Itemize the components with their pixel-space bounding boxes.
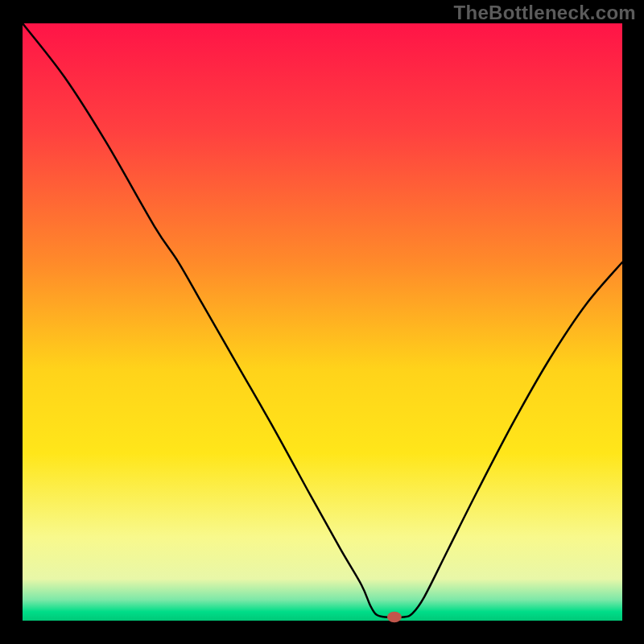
plot-background — [23, 23, 622, 621]
optimal-marker — [387, 612, 402, 622]
watermark-text: TheBottleneck.com — [454, 2, 636, 24]
bottleneck-chart: TheBottleneck.com — [0, 0, 644, 644]
chart-svg — [0, 0, 644, 644]
